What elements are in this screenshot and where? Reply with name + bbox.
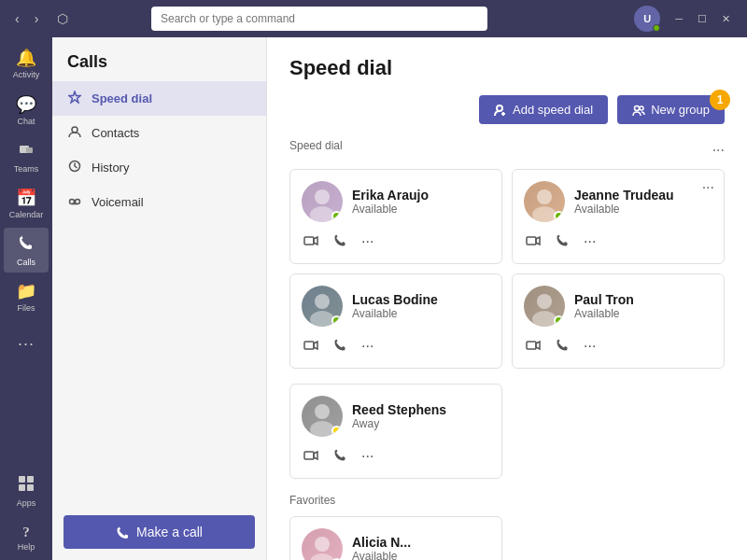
more-reed-button[interactable]: ··· bbox=[359, 446, 375, 467]
actions-row: Add speed dial 1 New group bbox=[289, 95, 725, 124]
sidebar-item-help[interactable]: ? Help bbox=[4, 515, 49, 560]
video-call-jeanne-button[interactable] bbox=[524, 231, 543, 252]
svg-rect-23 bbox=[527, 237, 536, 245]
sidebar-item-chat[interactable]: 💬 Chat bbox=[4, 88, 49, 133]
window-controls: ─ ☐ ✕ bbox=[668, 9, 738, 29]
calendar-label: Calendar bbox=[9, 210, 44, 219]
contact-card-erika: Erika Araujo Available bbox=[289, 169, 502, 264]
contact-status-jeanne: Available bbox=[574, 203, 674, 216]
sidebar-footer: Make a call bbox=[52, 504, 266, 560]
video-icon bbox=[526, 340, 541, 351]
contact-status-lucas: Available bbox=[352, 307, 438, 320]
favorites-section-label: Favorites bbox=[289, 494, 725, 507]
voicemail-icon bbox=[67, 194, 82, 210]
video-call-lucas-button[interactable] bbox=[302, 336, 320, 357]
edit-button[interactable]: ⬡ bbox=[51, 9, 74, 28]
phone-call-reed-button[interactable] bbox=[331, 446, 348, 467]
status-dot-reed bbox=[331, 426, 342, 436]
teams-icon bbox=[18, 141, 35, 162]
close-button[interactable]: ✕ bbox=[714, 9, 738, 29]
chat-icon: 💬 bbox=[16, 94, 36, 115]
contact-info-paul: Paul Tron Available bbox=[574, 292, 634, 320]
activity-label: Activity bbox=[13, 70, 40, 79]
new-group-button[interactable]: New group bbox=[617, 95, 725, 124]
sidebar-item-activity[interactable]: 🔔 Activity bbox=[4, 41, 49, 86]
add-speed-dial-label: Add speed dial bbox=[513, 103, 593, 117]
minimize-button[interactable]: ─ bbox=[668, 9, 690, 29]
forward-button[interactable]: › bbox=[29, 9, 45, 28]
contact-name-reed: Reed Stephens bbox=[352, 402, 446, 417]
teams-label: Teams bbox=[14, 164, 39, 174]
contact-name-erika: Erika Araujo bbox=[352, 188, 429, 203]
status-dot-erika bbox=[331, 211, 342, 221]
back-button[interactable]: ‹ bbox=[9, 9, 25, 28]
svg-rect-31 bbox=[527, 342, 536, 349]
reed-row: Reed Stephens Away bbox=[289, 384, 725, 479]
sidebar-item-speed-dial[interactable]: Speed dial bbox=[52, 81, 266, 116]
phone-icon bbox=[333, 448, 346, 461]
phone-call-erika-button[interactable] bbox=[331, 231, 348, 252]
sidebar-item-contacts[interactable]: Contacts bbox=[52, 116, 266, 150]
svg-marker-20 bbox=[314, 237, 317, 245]
sidebar-item-more[interactable]: ··· bbox=[4, 321, 49, 366]
svg-rect-4 bbox=[19, 484, 25, 491]
avatar-lucas bbox=[302, 286, 343, 327]
contact-card-reed: Reed Stephens Away bbox=[289, 384, 502, 479]
more-jeanne-button[interactable]: ··· bbox=[582, 231, 598, 252]
contact-status-reed: Away bbox=[352, 417, 446, 430]
main-layout: 🔔 Activity 💬 Chat Teams 📅 Calendar bbox=[0, 37, 747, 560]
card-actions-paul: ··· bbox=[524, 336, 712, 357]
search-input[interactable] bbox=[161, 12, 478, 25]
avatar[interactable]: U bbox=[634, 6, 660, 32]
calls-label: Calls bbox=[17, 258, 35, 267]
video-call-erika-button[interactable] bbox=[302, 231, 320, 252]
card-actions-reed: ··· bbox=[302, 446, 490, 467]
nav-controls: ‹ › bbox=[9, 9, 44, 28]
card-top-jeanne: Jeanne Trudeau Available bbox=[524, 181, 712, 222]
apps-icon bbox=[18, 475, 35, 497]
maximize-button[interactable]: ☐ bbox=[690, 9, 714, 29]
add-speed-dial-button[interactable]: Add speed dial bbox=[479, 95, 608, 124]
phone-call-jeanne-button[interactable] bbox=[554, 231, 571, 252]
card-actions-jeanne: ··· bbox=[524, 231, 712, 252]
left-nav: 🔔 Activity 💬 Chat Teams 📅 Calendar bbox=[0, 37, 52, 560]
card-overflow-jeanne[interactable]: ··· bbox=[702, 179, 714, 196]
sidebar-item-teams[interactable]: Teams bbox=[4, 134, 49, 179]
more-paul-button[interactable]: ··· bbox=[582, 336, 598, 357]
phone-call-lucas-button[interactable] bbox=[331, 336, 348, 357]
sidebar-item-files[interactable]: 📁 Files bbox=[4, 274, 49, 319]
favorites-grid: Alicia N... Available bbox=[289, 516, 725, 560]
svg-point-33 bbox=[315, 404, 330, 419]
sidebar-item-apps[interactable]: Apps bbox=[4, 469, 49, 513]
contact-info-lucas: Lucas Bodine Available bbox=[352, 292, 438, 320]
phone-icon bbox=[333, 338, 346, 351]
add-speed-dial-icon bbox=[494, 104, 507, 117]
avatar-reed bbox=[302, 396, 343, 437]
sidebar-item-calendar[interactable]: 📅 Calendar bbox=[4, 181, 49, 226]
phone-call-paul-button[interactable] bbox=[554, 336, 571, 357]
new-group-label: New group bbox=[651, 103, 710, 117]
sidebar-item-history[interactable]: History bbox=[52, 150, 266, 185]
sidebar-item-voicemail[interactable]: Voicemail bbox=[52, 185, 266, 219]
make-call-button[interactable]: Make a call bbox=[63, 515, 255, 549]
speed-dial-more-button[interactable]: ··· bbox=[712, 142, 725, 159]
svg-point-17 bbox=[315, 189, 330, 204]
svg-marker-32 bbox=[536, 342, 540, 349]
contact-card-lucas: Lucas Bodine Available bbox=[289, 273, 502, 369]
video-call-paul-button[interactable] bbox=[524, 336, 543, 357]
video-call-reed-button[interactable] bbox=[302, 446, 320, 467]
card-top-alicia: Alicia N... Available bbox=[302, 528, 490, 560]
contact-status-erika: Available bbox=[352, 203, 429, 216]
sidebar-item-calls[interactable]: Calls bbox=[4, 228, 49, 273]
svg-point-29 bbox=[537, 294, 552, 309]
notification-badge: 1 bbox=[710, 90, 730, 110]
more-erika-button[interactable]: ··· bbox=[359, 231, 375, 252]
speed-dial-icon bbox=[67, 91, 82, 106]
sidebar-title: Calls bbox=[52, 37, 266, 81]
svg-point-7 bbox=[72, 127, 78, 133]
more-lucas-button[interactable]: ··· bbox=[359, 336, 375, 357]
help-label: Help bbox=[18, 542, 35, 552]
speed-dial-grid: Erika Araujo Available bbox=[289, 169, 725, 369]
titlebar: ‹ › ⬡ U ─ ☐ ✕ bbox=[0, 0, 747, 37]
svg-marker-6 bbox=[69, 91, 80, 103]
